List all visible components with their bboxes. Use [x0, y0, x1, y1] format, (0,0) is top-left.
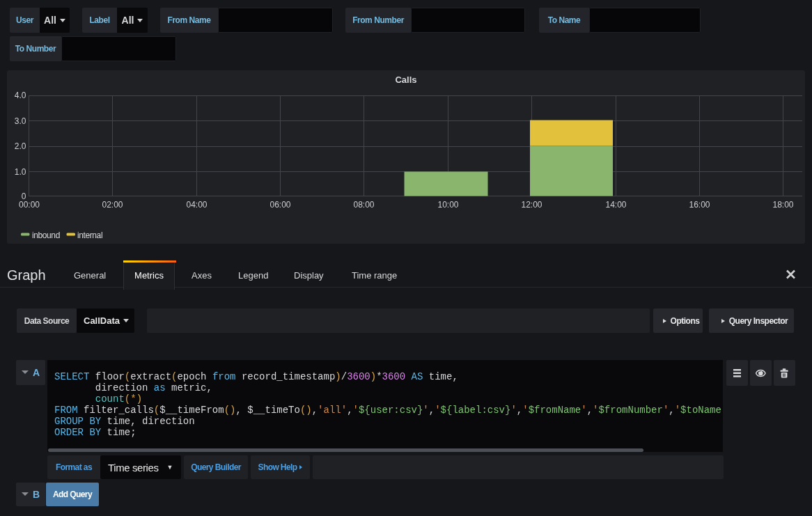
svg-text:18:00: 18:00: [772, 200, 793, 210]
svg-text:inbound: inbound: [32, 230, 60, 240]
svg-text:02:00: 02:00: [102, 200, 123, 210]
svg-text:08:00: 08:00: [353, 200, 374, 210]
svg-text:2.0: 2.0: [15, 141, 26, 151]
svg-text:4.0: 4.0: [15, 91, 26, 100]
svg-text:3.0: 3.0: [15, 116, 26, 126]
svg-text:04:00: 04:00: [186, 200, 207, 210]
svg-text:internal: internal: [77, 230, 102, 240]
svg-text:14:00: 14:00: [605, 200, 626, 210]
svg-text:1.0: 1.0: [15, 167, 26, 177]
svg-text:10:00: 10:00: [437, 200, 458, 210]
svg-text:06:00: 06:00: [270, 200, 290, 210]
svg-text:00:00: 00:00: [19, 200, 40, 210]
svg-text:12:00: 12:00: [521, 200, 542, 210]
svg-text:16:00: 16:00: [689, 200, 710, 210]
